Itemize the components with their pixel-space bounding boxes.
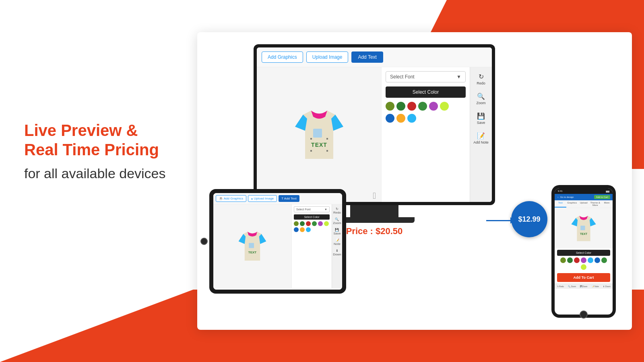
select-font-label: Select Font [390,74,415,80]
tablet-zoom-button[interactable]: 🔍Zoom [332,216,342,226]
arrow-line [486,220,510,221]
phone-tab-more[interactable]: More [601,200,613,208]
select-color-button[interactable]: Select Color [386,86,466,98]
upload-image-button[interactable]: Upload Image [306,51,349,63]
shirt-preview: TEXT [291,103,347,167]
save-button[interactable]: 💾 Save [471,110,491,127]
svg-rect-4 [310,150,312,152]
save-icon: 💾 [477,112,485,120]
redo-button[interactable]: ↻ Redo [471,70,491,88]
tablet-swatch-8[interactable] [300,227,305,232]
swatch-yellow-green[interactable] [440,102,449,111]
tablet-note-button[interactable]: 📝Note [333,237,341,247]
price-badge: $12.99 [511,201,547,237]
phone-inner: 9:41 ▮▮▮ ← Go to design Add to Cart Text… [555,188,613,315]
tablet-swatch-5[interactable] [318,221,323,226]
phone-bottom-redo[interactable]: ↻ Redo [555,284,566,289]
swatch-green[interactable] [396,102,405,111]
headline-line3: for all available devices [24,166,166,181]
phone-swatch-1[interactable] [560,257,566,263]
save-label: Save [477,121,485,125]
add-note-button[interactable]: 📝 Add Note [471,130,491,147]
svg-rect-8 [580,225,585,230]
swatch-purple[interactable] [429,102,438,111]
zoom-button[interactable]: 🔍 Zoom [471,90,491,107]
phone-swatch-2[interactable] [567,257,573,263]
phone-time: 9:41 [558,190,563,192]
phone-color-section: Select Color [555,248,613,272]
tablet-swatch-1[interactable] [294,221,299,226]
add-text-button[interactable]: Add Text [351,51,383,63]
phone-home-button[interactable] [580,311,588,319]
note-label: Add Note [473,140,489,144]
phone-bottom-down[interactable]: ⬇ Down [601,284,613,289]
headline-line1: Live Preview & [24,121,166,140]
app-sidebar: ↻ Redo 🔍 Zoom 💾 Save 📝 [470,67,492,202]
tablet-inner: ☕ Add Graphics ▴ Upload Image T Add Text [213,193,342,290]
redo-icon: ↻ [479,73,484,80]
phone-tabs: Text Graphics Upload Theme & More More [555,200,613,208]
phone-tab-theme[interactable]: Theme & More [589,200,601,208]
tablet-body: TEXT Select Font ▼ Select Color [213,204,342,288]
swatch-red[interactable] [407,102,416,111]
tablet-swatch-9[interactable] [306,227,311,232]
main-card: Add Graphics Upload Image Add Text [197,32,632,330]
phone-tab-graphics[interactable]: Graphics [566,200,578,208]
tablet-color-button[interactable]: Select Color [294,214,330,220]
desktop-base [334,217,415,223]
swatch-amber[interactable] [396,114,405,123]
swatch-lime-green[interactable] [418,102,427,111]
phone-mockup: 9:41 ▮▮▮ ← Go to design Add to Cart Text… [551,185,616,318]
tablet-swatch-6[interactable] [324,221,329,226]
svg-rect-5 [326,150,328,152]
phone-bottom-bar: ↻ Redo 🔍 Zoom 💾 Save 📝 Note ⬇ Down [555,284,613,289]
color-swatches-row2 [386,114,466,123]
tablet-text-button[interactable]: T Add Text [279,195,299,202]
tablet-swatch-4[interactable] [312,221,317,226]
tablet-font-dropdown[interactable]: Select Font ▼ [294,206,330,212]
swatch-sky[interactable] [407,114,416,123]
phone-add-cart-top-button[interactable]: Add to Cart [594,195,610,199]
arrow-head-icon [510,217,515,224]
tablet-swatch-3[interactable] [306,221,311,226]
left-text-block: Live Preview & Real Time Pricing for all… [24,121,166,181]
phone-swatch-3[interactable] [574,257,580,263]
tablet-save-button[interactable]: 💾Save [332,227,341,237]
phone-swatch-7[interactable] [601,257,607,263]
phone-swatch-5[interactable] [588,257,593,263]
zoom-icon: 🔍 [477,93,485,100]
tablet-redo-button[interactable]: ↻Redo [332,206,342,216]
swatch-blue[interactable] [386,114,394,123]
select-font-dropdown[interactable]: Select Font ▼ [386,71,466,82]
phone-bottom-note[interactable]: 📝 Note [589,284,601,289]
tablet-add-graphics-button[interactable]: ☕ Add Graphics [216,195,246,202]
phone-bottom-save[interactable]: 💾 Save [578,284,590,289]
svg-rect-6 [249,243,254,248]
app-right-panel: Select Font ▼ Select Color [381,67,470,202]
phone-swatch-4[interactable] [581,257,586,263]
phone-add-to-cart-button[interactable]: Add To Cart [557,273,610,282]
tablet-home-button[interactable] [200,238,208,245]
chevron-down-icon: ▼ [456,74,461,80]
app-canvas: TEXT [257,67,381,202]
desktop-stand [350,205,398,217]
desktop-screen: Add Graphics Upload Image Add Text [254,44,495,205]
add-graphics-button[interactable]: Add Graphics [262,51,303,63]
phone-back-link[interactable]: ← Go to design [557,196,574,198]
tablet-download-button[interactable]: ⬇Down [332,248,342,257]
tablet-swatch-7[interactable] [294,227,299,232]
tablet-upload-button[interactable]: ▴ Upload Image [248,195,277,202]
svg-text:TEXT: TEXT [311,142,327,148]
phone-swatch-8[interactable] [581,264,586,270]
svg-text:TEXT: TEXT [248,251,257,254]
headline-line2: Real Time Pricing [24,140,166,159]
svg-rect-3 [326,138,328,140]
phone-tab-upload[interactable]: Upload [578,200,590,208]
phone-tab-text[interactable]: Text [555,200,566,208]
tablet-mockup: ☕ Add Graphics ▴ Upload Image T Add Text [209,189,346,294]
phone-swatch-6[interactable] [594,257,600,263]
tablet-canvas: TEXT [213,204,291,288]
tablet-swatch-2[interactable] [300,221,305,226]
swatch-olive[interactable] [386,102,394,111]
phone-bottom-zoom[interactable]: 🔍 Zoom [566,284,578,289]
